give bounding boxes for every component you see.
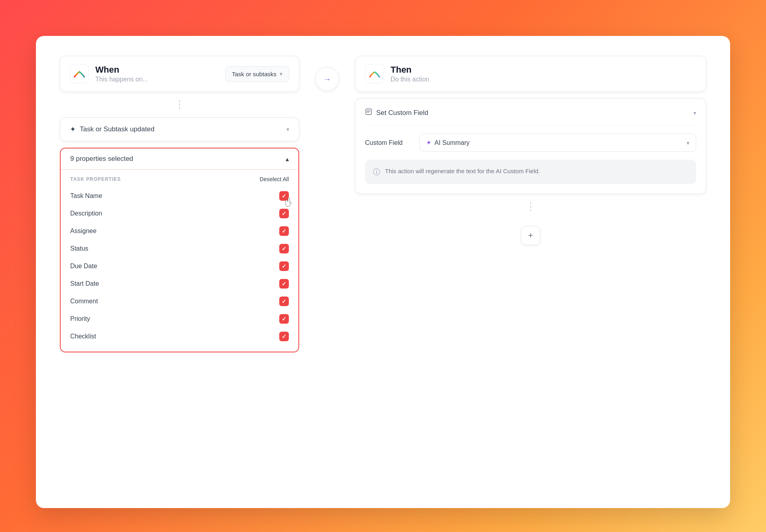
property-item-task-name: Task Name: [70, 187, 289, 205]
event-dropdown-left: ✦ Task or Subtask updated: [70, 125, 154, 134]
checkbox-description[interactable]: [279, 209, 289, 218]
arrow-right-icon: →: [323, 75, 331, 84]
chevron-down-icon: ▾: [693, 110, 696, 116]
when-title: When: [95, 65, 219, 75]
panel-divider: [365, 125, 696, 126]
property-label: Status: [70, 245, 88, 252]
checkbox-priority[interactable]: [279, 314, 289, 324]
property-item-due-date: Due Date: [70, 257, 289, 275]
chevron-down-icon: ▾: [280, 71, 282, 77]
info-circle-icon: ⓘ: [373, 167, 380, 177]
property-item-assignee: Assignee: [70, 222, 289, 240]
property-label: Due Date: [70, 263, 97, 270]
left-column: When This happens on... Task or subtasks…: [60, 56, 299, 488]
property-label: Priority: [70, 315, 90, 322]
task-properties-header: TASK PROPERTIES Deselect All: [70, 170, 289, 187]
set-custom-field-left: Set Custom Field: [365, 108, 428, 117]
then-text: Then Do this action: [391, 65, 696, 83]
main-card: When This happens on... Task or subtasks…: [36, 36, 730, 508]
property-label: Description: [70, 210, 102, 217]
chevron-up-icon: ▴: [286, 155, 289, 163]
custom-field-label: Custom Field: [365, 139, 413, 146]
property-item-comment: Comment: [70, 293, 289, 310]
checkbox-wrapper: [279, 191, 289, 201]
custom-field-row: Custom Field ✦ AI Summary ▾: [365, 134, 696, 152]
task-select-label: Task or subtasks: [232, 71, 276, 77]
deselect-all-button[interactable]: Deselect All: [260, 176, 289, 182]
clickup-logo: [70, 64, 89, 83]
set-custom-field-row: Set Custom Field ▾: [365, 108, 696, 117]
property-item-status: Status: [70, 240, 289, 257]
clickup-logo-then: [365, 64, 384, 83]
arrow-connector: →: [315, 56, 339, 488]
checkbox-checklist[interactable]: [279, 332, 289, 341]
ai-spark-icon: ✦: [426, 139, 431, 146]
property-label: Task Name: [70, 192, 102, 200]
property-label: Start Date: [70, 280, 99, 287]
ai-summary-dropdown[interactable]: ✦ AI Summary ▾: [419, 134, 696, 152]
property-item-checklist: Checklist: [70, 328, 289, 345]
then-subtitle: Do this action: [391, 76, 696, 83]
chevron-down-icon: ▾: [286, 126, 289, 133]
right-column: Then Do this action: [355, 56, 706, 488]
task-properties-label: TASK PROPERTIES: [70, 176, 121, 182]
spark-icon: ✦: [70, 125, 76, 134]
properties-list: TASK PROPERTIES Deselect All Task Name: [61, 170, 298, 352]
checkbox-assignee[interactable]: [279, 226, 289, 236]
property-label: Comment: [70, 298, 98, 305]
when-text: When This happens on...: [95, 65, 219, 83]
property-item-description: Description: [70, 205, 289, 222]
properties-container: 9 properties selected ▴ TASK PROPERTIES …: [60, 148, 299, 352]
plus-icon: +: [528, 230, 533, 241]
add-action-button[interactable]: +: [521, 226, 540, 245]
set-custom-field-label: Set Custom Field: [376, 109, 428, 117]
properties-count: 9 properties selected: [70, 155, 133, 163]
when-subtitle: This happens on...: [95, 76, 219, 83]
when-trigger-card: When This happens on... Task or subtasks…: [60, 56, 299, 92]
property-label: Assignee: [70, 227, 97, 235]
checkbox-start-date[interactable]: [279, 279, 289, 289]
edit-icon: [365, 108, 372, 117]
ai-summary-left: ✦ AI Summary: [426, 139, 470, 146]
ai-summary-value: AI Summary: [434, 139, 470, 146]
property-item-priority: Priority: [70, 310, 289, 328]
then-title: Then: [391, 65, 696, 75]
action-panel: Set Custom Field ▾ Custom Field ✦ AI Sum…: [355, 98, 706, 194]
info-text: This action will regenerate the text for…: [385, 167, 540, 176]
checkbox-comment[interactable]: [279, 297, 289, 306]
task-or-subtasks-select[interactable]: Task or subtasks ▾: [225, 66, 289, 82]
properties-header[interactable]: 9 properties selected ▴: [61, 148, 298, 170]
event-dropdown-label: Task or Subtask updated: [80, 125, 154, 133]
dotted-connector-top: [60, 98, 299, 111]
checkbox-task-name[interactable]: [279, 191, 289, 201]
checkbox-due-date[interactable]: [279, 261, 289, 271]
event-dropdown[interactable]: ✦ Task or Subtask updated ▾: [60, 117, 299, 141]
checkbox-status[interactable]: [279, 244, 289, 253]
then-header-card: Then Do this action: [355, 56, 706, 92]
info-box: ⓘ This action will regenerate the text f…: [365, 160, 696, 184]
property-item-start-date: Start Date: [70, 275, 289, 293]
property-label: Checklist: [70, 333, 96, 340]
chevron-down-icon: ▾: [687, 140, 689, 146]
dotted-connector-right: [355, 200, 706, 213]
